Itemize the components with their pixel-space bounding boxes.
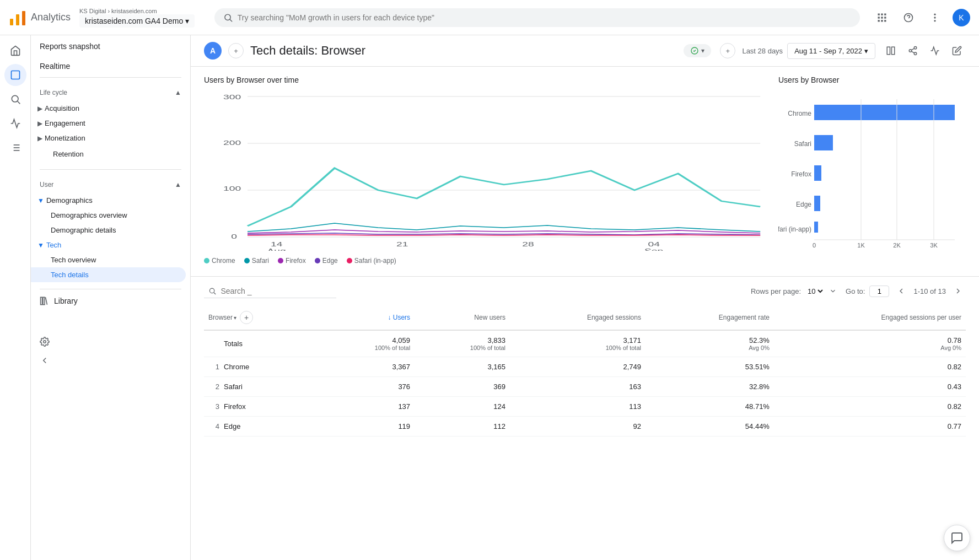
- col-browser[interactable]: Browser ▾ +: [204, 305, 319, 330]
- date-range-area: Last 28 days Aug 11 - Sep 7, 2022 ▾: [742, 43, 875, 59]
- col-esp-label: Engaged sessions per user: [881, 314, 961, 321]
- date-range-text: Aug 11 - Sep 7, 2022: [794, 47, 862, 55]
- chart-type-icon[interactable]: [926, 42, 944, 60]
- table-header-row: Browser ▾ + ↓ Users New: [204, 305, 966, 330]
- sidebar-item-engagement[interactable]: ▶ Engagement: [31, 116, 190, 131]
- lifecycle-section: Life cycle ▲ ▶ Acquisition ▶ Engagement …: [31, 80, 190, 167]
- rows-per-page-select[interactable]: 10 25 50: [805, 287, 825, 296]
- compare-icon[interactable]: [882, 42, 900, 60]
- account-selector[interactable]: kristaseiden.com GA4 Demo ▾: [79, 14, 195, 28]
- sidebar-collapse-btn[interactable]: [31, 351, 190, 370]
- legend-item-chrome: Chrome: [204, 257, 235, 265]
- svg-point-39: [914, 52, 917, 55]
- col-esp[interactable]: Engaged sessions per user: [774, 305, 966, 330]
- col-engagement-rate[interactable]: Engagement rate: [646, 305, 774, 330]
- sidebar-sub-item-label: Tech details: [51, 271, 89, 279]
- add-column-btn[interactable]: +: [240, 311, 253, 324]
- nav-search-icon[interactable]: [4, 88, 26, 110]
- row-users-firefox: 137: [319, 397, 415, 417]
- row-new-users-firefox: 124: [415, 397, 510, 417]
- prev-page-btn[interactable]: [894, 283, 909, 299]
- add-comparison-btn[interactable]: +: [228, 43, 244, 58]
- legend-item-firefox: Firefox: [278, 257, 306, 265]
- row-engagement-rate-safari: 32.8%: [646, 377, 774, 397]
- sidebar-item-acquisition[interactable]: ▶ Acquisition: [31, 101, 190, 116]
- sidebar-item-tech[interactable]: ▼ Tech: [31, 238, 190, 252]
- more-icon[interactable]: [926, 9, 944, 26]
- help-icon[interactable]: [900, 9, 917, 26]
- totals-esp-value: 0.78: [948, 336, 961, 344]
- nav-reports-icon[interactable]: [4, 64, 26, 86]
- sidebar-item-label: Monetization: [45, 134, 85, 142]
- lifecycle-header[interactable]: Life cycle ▲: [31, 84, 190, 101]
- svg-text:Edge: Edge: [796, 201, 811, 208]
- date-range-btn[interactable]: Aug 11 - Sep 7, 2022 ▾: [787, 43, 875, 59]
- row-browser-edge: 4 Edge: [204, 417, 319, 437]
- row-esp-chrome: 0.82: [774, 357, 966, 377]
- row-engaged-sessions-edge: 92: [510, 417, 646, 437]
- col-new-users[interactable]: New users: [415, 305, 510, 330]
- chevron-right-icon: ▶: [37, 105, 42, 112]
- browser-name: Firefox: [224, 402, 246, 411]
- col-users[interactable]: ↓ Users: [319, 305, 415, 330]
- avatar[interactable]: K: [953, 9, 970, 26]
- edit-icon[interactable]: [948, 42, 966, 60]
- table-search-input[interactable]: [220, 287, 332, 295]
- totals-text: Totals: [224, 340, 243, 348]
- legend-dot-safari-inapp: [347, 258, 352, 263]
- search-bar[interactable]: [214, 8, 860, 27]
- search-input[interactable]: [238, 13, 851, 22]
- row-new-users-chrome: 3,165: [415, 357, 510, 377]
- add-segment-btn[interactable]: +: [720, 43, 735, 58]
- svg-rect-32: [43, 297, 45, 305]
- sidebar-item-label: Tech: [46, 241, 61, 249]
- legend-label-firefox: Firefox: [286, 257, 306, 265]
- table-search[interactable]: [204, 284, 336, 298]
- sidebar-item-library[interactable]: Library: [31, 292, 190, 310]
- sidebar-item-tech-overview[interactable]: Tech overview: [31, 252, 190, 267]
- sidebar-item-demographic-details[interactable]: Demographic details: [31, 223, 190, 238]
- svg-rect-11: [878, 20, 880, 21]
- sidebar-item-demographics[interactable]: ▼ Demographics: [31, 193, 190, 208]
- svg-text:2K: 2K: [893, 242, 901, 249]
- col-users-label: ↓ Users: [388, 314, 410, 321]
- search-icon: [223, 13, 233, 23]
- status-indicator[interactable]: ▾: [684, 44, 711, 57]
- line-chart-title: Users by Browser over time: [204, 76, 765, 84]
- table-toolbar: Rows per page: 10 25 50 Go to: 1-10 of 1…: [204, 277, 966, 305]
- legend-label-safari: Safari: [252, 257, 269, 265]
- col-browser-label: Browser: [208, 314, 233, 321]
- svg-rect-31: [41, 297, 42, 305]
- go-to-input[interactable]: [869, 286, 889, 297]
- col-engaged-sessions[interactable]: Engaged sessions: [510, 305, 646, 330]
- sidebar-item-demographics-overview[interactable]: Demographics overview: [31, 208, 190, 223]
- totals-engaged-sessions: 3,171 100% of total: [510, 330, 646, 357]
- svg-rect-5: [878, 13, 880, 15]
- sidebar-item-tech-details[interactable]: Tech details: [31, 267, 186, 282]
- charts-row: Users by Browser over time 300 200 100 0: [191, 67, 979, 277]
- share-icon[interactable]: [904, 42, 922, 60]
- svg-rect-6: [881, 13, 883, 15]
- nav-analytics-icon[interactable]: [4, 112, 26, 134]
- apps-icon[interactable]: [873, 9, 891, 26]
- row-users-edge: 119: [319, 417, 415, 437]
- sidebar-item-settings[interactable]: [31, 332, 190, 351]
- svg-rect-10: [884, 17, 886, 18]
- bar-firefox: [814, 165, 821, 181]
- library-label: Library: [54, 297, 78, 305]
- sidebar-item-monetization[interactable]: ▶ Monetization: [31, 131, 190, 146]
- line-chart: 300 200 100 0: [204, 91, 765, 267]
- sidebar-reports-snapshot[interactable]: Reports snapshot: [31, 35, 190, 57]
- user-header[interactable]: User ▲: [31, 176, 190, 193]
- row-users-chrome: 3,367: [319, 357, 415, 377]
- sidebar-item-retention[interactable]: Retention: [31, 146, 190, 163]
- svg-text:Firefox: Firefox: [791, 170, 811, 178]
- settings-icon: [40, 337, 50, 347]
- sidebar-realtime[interactable]: Realtime: [31, 57, 190, 75]
- nav-list-icon[interactable]: [4, 137, 26, 159]
- next-page-btn[interactable]: [950, 283, 966, 299]
- svg-rect-36: [892, 47, 895, 55]
- nav-home-icon[interactable]: [4, 40, 26, 62]
- chat-btn[interactable]: [944, 525, 970, 551]
- account-name: kristaseiden.com GA4 Demo: [85, 17, 183, 25]
